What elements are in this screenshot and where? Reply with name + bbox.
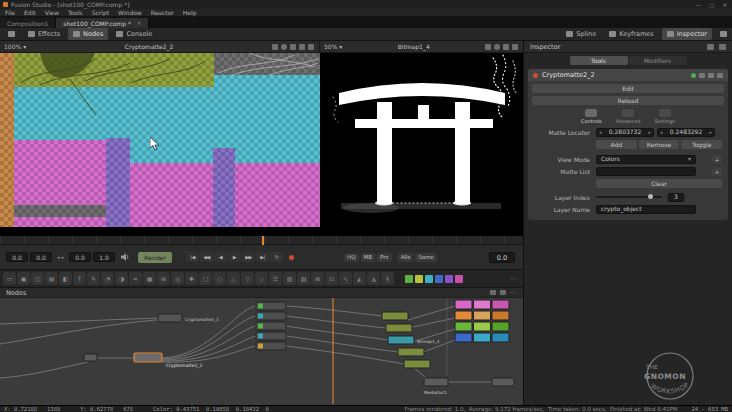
layer-name-field[interactable]: crypto_object xyxy=(596,205,696,214)
time-ruler[interactable] xyxy=(0,236,523,245)
matte-locator-x-field[interactable]: ◂ 0.2803732 ▸ xyxy=(596,128,654,137)
render-end-field[interactable]: 0.0 xyxy=(69,252,91,262)
update-all-toggle[interactable]: Alls xyxy=(398,253,414,262)
node[interactable] xyxy=(474,322,491,331)
tool-icon[interactable]: ○ xyxy=(213,272,226,285)
tool-icon[interactable]: ◧ xyxy=(59,272,72,285)
motion-blur-toggle[interactable]: MB xyxy=(361,253,376,262)
increment-icon[interactable]: ▸ xyxy=(648,128,651,136)
layer-index-field[interactable]: 3 xyxy=(668,193,684,202)
node[interactable] xyxy=(386,324,412,332)
right-viewer-split-icon[interactable] xyxy=(503,44,509,50)
node-color-swatch[interactable] xyxy=(425,275,433,283)
close-button[interactable]: ✕ xyxy=(722,2,727,8)
slider-thumb[interactable] xyxy=(648,194,653,199)
node[interactable] xyxy=(455,311,472,320)
tool-icon[interactable]: ✎ xyxy=(87,272,100,285)
nodes-button[interactable]: Nodes xyxy=(68,28,108,40)
node-cryptomatte2-2-selected[interactable] xyxy=(134,353,162,362)
speaker-icon[interactable] xyxy=(121,253,130,261)
tool-icon[interactable]: ◮ xyxy=(367,272,380,285)
go-to-start-button[interactable]: |◀ xyxy=(186,252,199,262)
right-viewer-channel-icon[interactable] xyxy=(485,44,491,50)
left-viewer-zoom-dropdown[interactable]: 100%▾ xyxy=(0,43,26,50)
update-some-toggle[interactable]: Some xyxy=(415,253,437,262)
range-right-icon[interactable]: ▸ xyxy=(61,254,66,260)
node[interactable] xyxy=(382,312,408,320)
menu-file[interactable]: File xyxy=(5,9,15,16)
tab-composition1[interactable]: Composition1 xyxy=(0,18,56,28)
layer-index-slider[interactable] xyxy=(596,196,662,198)
node[interactable] xyxy=(474,300,491,309)
playhead[interactable] xyxy=(262,236,264,245)
tool-icon[interactable]: ▨ xyxy=(297,272,310,285)
effects-button[interactable]: Effects xyxy=(23,28,65,40)
fast-rewind-button[interactable]: ◀◀ xyxy=(200,252,213,262)
inspector-button[interactable]: Inspector xyxy=(662,28,712,40)
tool-icon[interactable]: ◎ xyxy=(171,272,184,285)
proxy-toggle[interactable]: Prx xyxy=(377,253,392,262)
tool-icon[interactable]: ⊞ xyxy=(157,272,170,285)
tool-icon[interactable]: § xyxy=(381,272,394,285)
tool-icon[interactable]: ◑ xyxy=(115,272,128,285)
node[interactable] xyxy=(492,333,509,342)
tool-icon[interactable]: ◫ xyxy=(31,272,44,285)
current-frame-field[interactable]: 0.0 xyxy=(489,252,515,263)
tool-icon[interactable]: □ xyxy=(199,272,212,285)
tool-icon[interactable]: ≈ xyxy=(129,272,142,285)
tab-shot100-comp[interactable]: shot100_COMP.comp * ✕ xyxy=(56,18,149,28)
tool-icon[interactable]: ◭ xyxy=(353,272,366,285)
clear-button[interactable]: Clear xyxy=(596,179,722,188)
node-color-swatch[interactable] xyxy=(435,275,443,283)
node-color-swatch[interactable] xyxy=(445,275,453,283)
node[interactable] xyxy=(455,322,472,331)
node[interactable] xyxy=(492,311,509,320)
left-viewer-canvas[interactable] xyxy=(0,53,320,236)
view-mode-dropdown[interactable]: Colors ▾ xyxy=(596,155,696,164)
hiq-toggle[interactable]: HQ xyxy=(344,253,358,262)
console-button[interactable]: Console xyxy=(111,28,157,40)
subtab-advanced[interactable]: Advanced xyxy=(616,109,641,124)
matte-list-field[interactable] xyxy=(596,167,696,176)
edit-button[interactable]: Edit xyxy=(532,84,724,93)
layout-grid-button[interactable] xyxy=(3,29,20,39)
inspector-expand-icon[interactable] xyxy=(707,44,714,50)
node-cryptomatte2-1[interactable] xyxy=(158,314,182,322)
node[interactable] xyxy=(492,322,509,331)
play-reverse-button[interactable]: ◀ xyxy=(214,252,227,262)
node[interactable] xyxy=(492,378,514,386)
node-lock-icon[interactable] xyxy=(699,73,705,78)
menu-window[interactable]: Window xyxy=(118,9,142,16)
subtab-settings[interactable]: Settings xyxy=(654,109,675,124)
menu-script[interactable]: Script xyxy=(92,9,109,16)
render-start-field[interactable]: 0.0 xyxy=(30,252,52,262)
right-viewer-color-icon[interactable] xyxy=(494,44,500,50)
keyframes-button[interactable]: Keyframes xyxy=(604,28,658,40)
right-viewer-options-icon[interactable] xyxy=(512,44,518,50)
tool-icon[interactable]: ☰ xyxy=(269,272,282,285)
tool-icon[interactable]: ⊡ xyxy=(325,272,338,285)
spline-button[interactable]: Spline xyxy=(561,28,601,40)
render-button[interactable]: Render xyxy=(138,252,172,263)
fast-forward-button[interactable]: ▶▶ xyxy=(242,252,255,262)
node-mediaout[interactable] xyxy=(424,378,448,386)
tool-icon[interactable]: ▧ xyxy=(283,272,296,285)
node[interactable] xyxy=(455,333,472,342)
global-end-field[interactable]: 1.0 xyxy=(93,252,115,262)
node-color-swatch[interactable] xyxy=(405,275,413,283)
go-to-end-button[interactable]: ▶| xyxy=(256,252,269,262)
node-color-dot-icon[interactable] xyxy=(533,73,538,78)
right-viewer-canvas[interactable] xyxy=(320,53,523,236)
node[interactable] xyxy=(398,348,424,356)
left-viewer-channel-icon[interactable] xyxy=(272,44,278,50)
tool-icon[interactable]: ◇ xyxy=(255,272,268,285)
add-button[interactable]: Add xyxy=(596,140,637,149)
nodes-menu-icon[interactable]: ⋯ xyxy=(510,289,517,297)
layout-options-button[interactable] xyxy=(715,29,732,39)
tool-shelf-more-icon[interactable]: ⋯ xyxy=(504,275,523,283)
tool-icon[interactable]: ◔ xyxy=(101,272,114,285)
menu-view[interactable]: View xyxy=(45,9,59,16)
toggle-button[interactable]: Toggle xyxy=(681,140,722,149)
tool-icon[interactable]: ▽ xyxy=(241,272,254,285)
menu-help[interactable]: Help xyxy=(183,9,197,16)
